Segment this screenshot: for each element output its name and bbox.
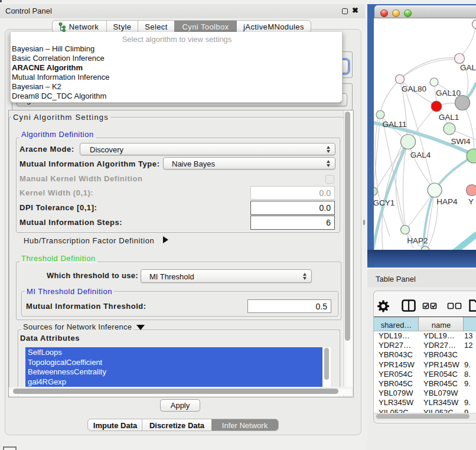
svg-text:GAL11: GAL11 bbox=[382, 120, 406, 129]
svg-text:GAL1: GAL1 bbox=[439, 113, 459, 122]
svg-text:GAL: GAL bbox=[460, 63, 476, 72]
svg-text:HAP2: HAP2 bbox=[407, 236, 428, 245]
svg-text:Y: Y bbox=[468, 197, 474, 206]
svg-text:GAL10: GAL10 bbox=[436, 89, 461, 97]
svg-text:SWI4: SWI4 bbox=[451, 137, 470, 146]
svg-text:GAL80: GAL80 bbox=[402, 84, 426, 93]
svg-text:HAP4: HAP4 bbox=[436, 197, 458, 206]
svg-text:GAL4: GAL4 bbox=[410, 151, 431, 159]
svg-text:GCY1: GCY1 bbox=[374, 198, 395, 207]
